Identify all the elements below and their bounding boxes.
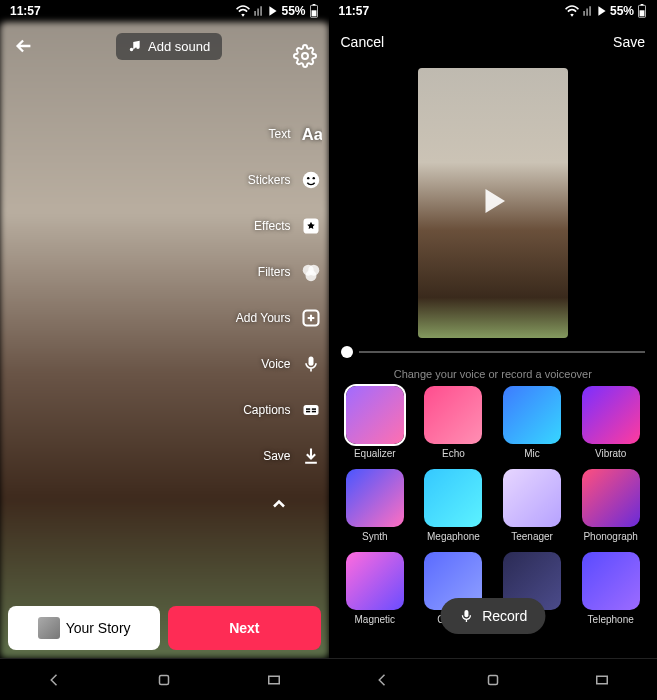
svg-rect-15 (306, 408, 310, 410)
tool-add-yours[interactable]: Add Yours (236, 306, 323, 330)
tool-filters[interactable]: Filters (236, 260, 323, 284)
next-button[interactable]: Next (168, 606, 320, 650)
voice-effect-phonograph[interactable]: Phonograph (574, 469, 647, 542)
nav-back[interactable] (46, 671, 64, 689)
effect-tile-icon (503, 386, 561, 444)
svg-rect-13 (308, 357, 313, 366)
svg-rect-20 (269, 676, 280, 684)
voice-effect-equalizer[interactable]: Equalizer (339, 386, 412, 459)
settings-button[interactable] (291, 42, 319, 70)
effect-tile-icon (346, 552, 404, 610)
effect-label: Teenager (511, 531, 553, 542)
plus-box-icon (299, 306, 323, 330)
nav-recent[interactable] (265, 671, 283, 689)
voice-effect-teenager[interactable]: Teenager (496, 469, 569, 542)
editor-screen: 11:57 55% Add sound Text Aa (0, 0, 329, 700)
svg-text:Aa: Aa (301, 125, 321, 143)
svg-rect-25 (488, 675, 497, 684)
your-story-label: Your Story (66, 620, 131, 636)
add-sound-button[interactable]: Add sound (116, 33, 222, 60)
svg-point-11 (305, 270, 316, 281)
effect-label: Vibrato (595, 448, 627, 459)
tool-effects[interactable]: Effects (236, 214, 323, 238)
android-nav (0, 658, 329, 700)
svg-rect-14 (303, 405, 318, 415)
voice-effect-telephone[interactable]: Telephone (574, 552, 647, 625)
slider-thumb[interactable] (341, 346, 353, 358)
play-icon (475, 183, 511, 223)
effect-label: Mic (524, 448, 540, 459)
tool-label: Filters (258, 265, 291, 279)
svg-rect-26 (597, 676, 608, 684)
svg-rect-19 (160, 675, 169, 684)
voice-effect-echo[interactable]: Echo (417, 386, 490, 459)
svg-point-5 (302, 172, 319, 189)
svg-rect-1 (312, 4, 315, 5)
effect-label: Synth (362, 531, 388, 542)
tool-label: Stickers (248, 173, 291, 187)
status-time: 11:57 (339, 4, 370, 18)
save-button[interactable]: Save (613, 34, 645, 50)
effect-tile-icon (582, 469, 640, 527)
gear-icon (293, 44, 317, 68)
tool-voice[interactable]: Voice (236, 352, 323, 376)
cancel-button[interactable]: Cancel (341, 34, 385, 50)
voice-effect-vibrato[interactable]: Vibrato (574, 386, 647, 459)
effect-tile-icon (503, 469, 561, 527)
effect-tile-icon (582, 552, 640, 610)
captions-icon (299, 398, 323, 422)
effect-tile-icon (424, 469, 482, 527)
tool-text[interactable]: Text Aa (236, 122, 323, 146)
status-right: 55% (565, 4, 647, 18)
effect-tile-icon (346, 386, 404, 444)
svg-rect-23 (640, 10, 645, 16)
voice-effect-magnetic[interactable]: Magnetic (339, 552, 412, 625)
record-button[interactable]: Record (440, 598, 545, 634)
svg-rect-22 (641, 4, 644, 5)
back-button[interactable] (10, 32, 38, 60)
tool-captions[interactable]: Captions (236, 398, 323, 422)
svg-rect-17 (306, 411, 310, 413)
status-battery: 55% (610, 4, 634, 18)
voice-effect-mic[interactable]: Mic (496, 386, 569, 459)
filters-icon (299, 260, 323, 284)
status-time: 11:57 (10, 4, 41, 18)
svg-point-3 (302, 53, 308, 59)
collapse-tools[interactable] (236, 494, 323, 514)
tool-stickers[interactable]: Stickers (236, 168, 323, 192)
tool-label: Add Yours (236, 311, 291, 325)
chevron-up-icon (269, 494, 289, 514)
status-bar: 11:57 55% (329, 0, 658, 22)
voice-effect-synth[interactable]: Synth (339, 469, 412, 542)
tool-save[interactable]: Save (236, 444, 323, 468)
text-icon: Aa (299, 122, 323, 146)
effect-label: Telephone (588, 614, 634, 625)
your-story-button[interactable]: Your Story (8, 606, 160, 650)
svg-rect-24 (464, 610, 468, 617)
next-label: Next (229, 620, 259, 636)
download-icon (299, 444, 323, 468)
status-battery: 55% (281, 4, 305, 18)
music-icon (128, 39, 142, 53)
mic-icon (299, 352, 323, 376)
mic-icon (458, 608, 474, 624)
stickers-icon (299, 168, 323, 192)
progress-slider[interactable] (329, 346, 658, 358)
tool-label: Voice (261, 357, 290, 371)
tool-label: Captions (243, 403, 290, 417)
voice-effects-grid: EqualizerEchoMicVibratoSynthMegaphoneTee… (329, 386, 658, 625)
tool-label: Effects (254, 219, 290, 233)
nav-home[interactable] (484, 671, 502, 689)
effect-label: Equalizer (354, 448, 396, 459)
video-preview[interactable] (418, 68, 568, 338)
voice-effect-megaphone[interactable]: Megaphone (417, 469, 490, 542)
android-nav (329, 658, 658, 700)
nav-recent[interactable] (593, 671, 611, 689)
effect-tile-icon (346, 469, 404, 527)
status-right: 55% (236, 4, 318, 18)
effect-tile-icon (582, 386, 640, 444)
nav-back[interactable] (374, 671, 392, 689)
effect-label: Magnetic (355, 614, 396, 625)
add-sound-label: Add sound (148, 39, 210, 54)
nav-home[interactable] (155, 671, 173, 689)
